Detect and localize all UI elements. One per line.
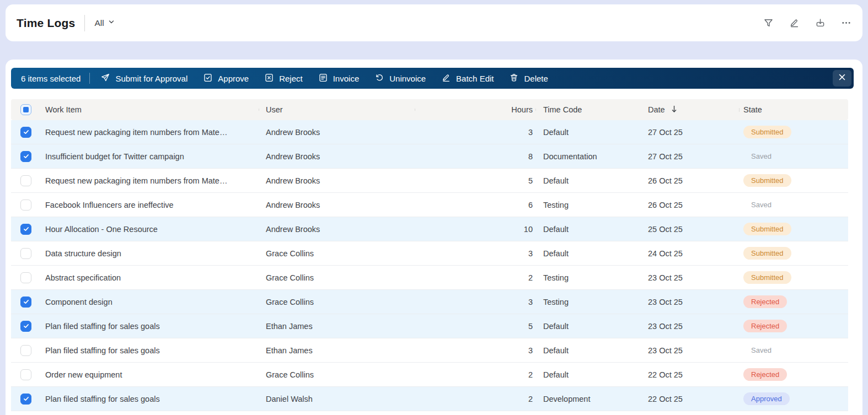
cell-work-item: Plan filed staffing for sales goals — [45, 395, 259, 403]
invoice-button[interactable]: Invoice — [310, 68, 367, 89]
state-badge: Submitted — [743, 223, 791, 235]
row-checkbox[interactable] — [20, 345, 31, 356]
cell-work-item: Plan filed staffing for sales goals — [45, 346, 259, 355]
column-header-state[interactable]: State — [740, 105, 848, 114]
state-badge: Rejected — [743, 368, 787, 381]
cell-hours: 5 — [415, 322, 536, 331]
column-header-hours[interactable]: Hours — [415, 105, 536, 114]
state-badge: Submitted — [743, 174, 791, 187]
table-row[interactable]: Plan filed staffing for sales goals Etha… — [11, 314, 848, 338]
table-body: Request new packaging item numbers from … — [11, 120, 848, 411]
chevron-down-icon — [107, 18, 116, 29]
row-checkbox[interactable] — [20, 297, 31, 308]
filter-icon[interactable] — [763, 18, 774, 29]
delete-button[interactable]: Delete — [501, 68, 555, 89]
cell-user: Andrew Brooks — [259, 152, 415, 161]
row-checkbox[interactable] — [20, 175, 31, 186]
time-logs-table: Work Item User Hours Time Code Date Stat… — [11, 99, 848, 411]
view-selector-value: All — [94, 18, 104, 28]
approve-button[interactable]: Approve — [195, 68, 256, 89]
batch-edit-button[interactable]: Batch Edit — [433, 68, 501, 89]
column-header-date-label: Date — [648, 105, 665, 114]
row-checkbox[interactable] — [20, 369, 31, 380]
export-icon[interactable] — [815, 18, 826, 29]
cell-date: 23 Oct 25 — [645, 273, 740, 282]
invoice-icon — [318, 73, 328, 84]
column-header-user[interactable]: User — [259, 105, 415, 114]
cell-date: 22 Oct 25 — [645, 395, 740, 403]
cell-date: 25 Oct 25 — [645, 225, 740, 234]
button-label: Submit for Approval — [115, 74, 187, 83]
cell-hours: 3 — [415, 249, 536, 258]
state-badge: Rejected — [743, 295, 787, 308]
cell-hours: 8 — [415, 152, 536, 161]
cell-time-code: Default — [536, 176, 645, 185]
table-row[interactable]: Facebook Influencers are ineffective And… — [11, 193, 848, 217]
cell-work-item: Plan filed staffing for sales goals — [45, 322, 259, 331]
cell-work-item: Request new packaging item numbers from … — [45, 176, 259, 185]
cell-date: 26 Oct 25 — [645, 176, 740, 185]
action-bar-divider — [89, 73, 90, 84]
reject-button[interactable]: Reject — [256, 68, 310, 89]
column-header-time-code[interactable]: Time Code — [536, 105, 645, 114]
edit-icon[interactable] — [789, 18, 800, 29]
reject-icon — [264, 73, 274, 84]
button-label: Reject — [279, 74, 303, 83]
cell-hours: 10 — [415, 225, 536, 234]
cell-work-item: Order new equipment — [45, 370, 259, 379]
table-row[interactable]: Component design Grace Collins 3 Testing… — [11, 290, 848, 314]
table-row[interactable]: Data structure design Grace Collins 3 De… — [11, 241, 848, 266]
state-badge: Rejected — [743, 320, 787, 332]
selection-count: 6 items selected — [11, 74, 89, 83]
cell-user: Grace Collins — [259, 249, 415, 258]
sort-desc-icon — [670, 105, 678, 115]
row-checkbox[interactable] — [20, 200, 31, 211]
view-selector[interactable]: All — [94, 18, 115, 29]
cell-time-code: Testing — [536, 201, 645, 209]
cell-time-code: Default — [536, 370, 645, 379]
button-label: Invoice — [333, 74, 360, 83]
cell-hours: 3 — [415, 128, 536, 137]
cell-time-code: Default — [536, 225, 645, 234]
cell-time-code: Testing — [536, 273, 645, 282]
row-checkbox[interactable] — [20, 321, 31, 332]
table-row[interactable]: Request new packaging item numbers from … — [11, 120, 848, 144]
state-badge: Submitted — [743, 271, 791, 284]
table-row[interactable]: Request new packaging item numbers from … — [11, 169, 848, 193]
state-badge: Saved — [743, 198, 779, 211]
table-row[interactable]: Insufficient budget for Twitter campaign… — [11, 144, 848, 169]
cell-date: 26 Oct 25 — [645, 201, 740, 209]
row-checkbox[interactable] — [20, 151, 31, 162]
close-selection-button[interactable] — [833, 70, 851, 87]
row-checkbox[interactable] — [20, 394, 31, 405]
cell-user: Grace Collins — [259, 298, 415, 306]
cell-user: Ethan James — [259, 322, 415, 331]
table-row[interactable]: Order new equipment Grace Collins 2 Defa… — [11, 363, 848, 387]
cell-date: 24 Oct 25 — [645, 249, 740, 258]
button-label: Batch Edit — [456, 74, 494, 83]
cell-time-code: Default — [536, 249, 645, 258]
cell-work-item: Facebook Influencers are ineffective — [45, 201, 259, 209]
cell-date: 27 Oct 25 — [645, 128, 740, 137]
table-row[interactable]: Hour Allocation - One Resource Andrew Br… — [11, 217, 848, 241]
row-checkbox[interactable] — [20, 272, 31, 283]
select-all-checkbox[interactable] — [20, 104, 31, 115]
cell-hours: 2 — [415, 395, 536, 403]
time-logs-panel: 6 items selected Submit for Approval App… — [6, 60, 862, 415]
uninvoice-button[interactable]: Uninvoice — [367, 68, 433, 89]
column-header-work-item[interactable]: Work Item — [45, 105, 259, 114]
cell-hours: 2 — [415, 370, 536, 379]
state-badge: Submitted — [743, 247, 791, 260]
more-icon[interactable] — [840, 18, 851, 29]
submit-for-approval-button[interactable]: Submit for Approval — [93, 68, 195, 89]
page-title: Time Logs — [17, 17, 75, 30]
table-row[interactable]: Abstract specification Grace Collins 2 T… — [11, 266, 848, 290]
row-checkbox[interactable] — [20, 248, 31, 259]
table-row[interactable]: Plan filed staffing for sales goals Etha… — [11, 338, 848, 363]
row-checkbox[interactable] — [20, 127, 31, 138]
row-checkbox[interactable] — [20, 224, 31, 235]
column-header-date[interactable]: Date — [645, 105, 740, 115]
bulk-action-bar: 6 items selected Submit for Approval App… — [11, 68, 854, 89]
uninvoice-icon — [374, 73, 384, 84]
table-row[interactable]: Plan filed staffing for sales goals Dani… — [11, 387, 848, 411]
